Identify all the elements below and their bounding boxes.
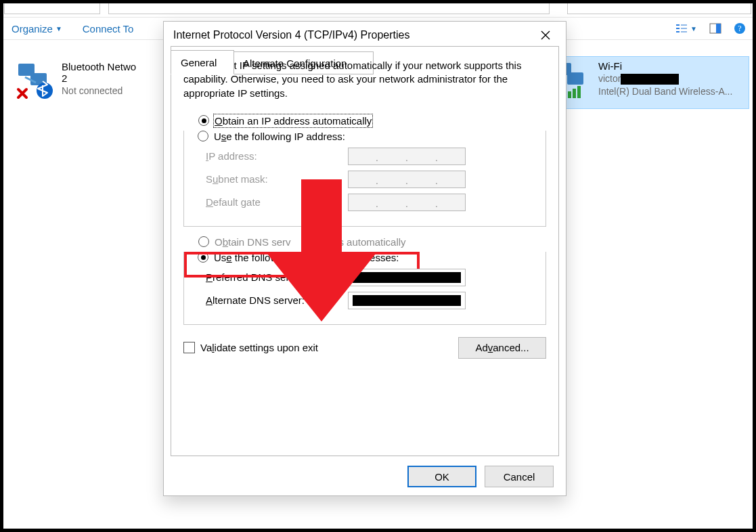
addressbar-segment[interactable]	[4, 0, 100, 14]
validate-checkbox[interactable]: Validate settings upon exit	[183, 342, 318, 353]
field-preferred-dns: Preferred DNS server:	[206, 269, 536, 286]
svg-rect-4	[681, 28, 687, 29]
tab-body-general: You can get IP settings assigned automat…	[171, 46, 559, 456]
tab-general[interactable]: General	[171, 50, 234, 74]
wifi-ssid-prefix: victor	[598, 73, 621, 84]
network-adapter-wifi[interactable]: Wi-Fi victor Intel(R) Dual Band Wireless…	[565, 56, 749, 109]
wifi-adapter-icon	[570, 60, 592, 99]
svg-rect-16	[568, 91, 571, 98]
organize-label: Organize	[12, 23, 53, 35]
svg-rect-1	[676, 28, 680, 29]
preferred-dns-input[interactable]	[348, 269, 466, 286]
svg-rect-17	[573, 89, 576, 98]
addressbar-segment[interactable]	[567, 0, 751, 14]
field-ip-address: IP address: ...	[206, 148, 536, 165]
field-default-gateway: Default gate ...	[206, 194, 536, 211]
ip-address-group: Use the following IP address: IP address…	[183, 131, 546, 227]
dialog-title: Internet Protocol Version 4 (TCP/IPv4) P…	[173, 29, 409, 41]
svg-rect-18	[577, 86, 581, 98]
adapter-text: Bluetooth Netwo 2 Not connected	[62, 61, 136, 96]
tab-label: General	[181, 57, 217, 68]
adapter-status: Not connected	[62, 85, 136, 96]
svg-rect-3	[681, 24, 687, 26]
wifi-ssid: victor	[598, 73, 732, 85]
ok-button[interactable]: OK	[407, 466, 476, 487]
radio-obtain-ip-auto[interactable]: OObtain an IP address automaticallybtain…	[198, 115, 546, 127]
help-icon[interactable]: ?	[734, 22, 746, 35]
alternate-dns-input[interactable]	[348, 292, 466, 309]
toolbar-right: ▼ ?	[675, 22, 750, 35]
svg-rect-0	[676, 24, 680, 26]
adapter-name-line2: 2	[62, 72, 136, 84]
chevron-down-icon[interactable]: ▼	[690, 25, 697, 32]
addressbar-segment[interactable]	[108, 0, 550, 14]
redaction-block	[621, 74, 679, 85]
field-label: Default gate	[206, 196, 348, 208]
cancel-button[interactable]: Cancel	[485, 466, 554, 487]
svg-rect-14	[567, 72, 583, 85]
radio-icon	[198, 252, 208, 263]
radio-label: Obtain DNS serv ddress automatically	[215, 236, 406, 248]
organize-menu[interactable]: Organize ▼	[6, 20, 68, 37]
svg-rect-5	[681, 31, 687, 32]
svg-rect-2	[676, 31, 680, 32]
connect-to-label: Connect To	[83, 23, 134, 35]
connect-to-button[interactable]: Connect To	[77, 20, 139, 37]
advanced-button[interactable]: Advanced...	[458, 337, 546, 359]
field-label: Alternate DNS server:	[206, 294, 348, 306]
svg-point-12	[37, 83, 53, 99]
screenshot-frame: Organize ▼ Connect To ▼ ?	[0, 0, 756, 532]
radio-icon	[198, 131, 208, 141]
chevron-down-icon: ▼	[55, 25, 62, 32]
field-label: IP address:	[206, 150, 348, 162]
dialog-buttons: OK Cancel	[407, 466, 554, 487]
addressbar-fragments	[0, 0, 555, 14]
radio-label: OObtain an IP address automaticallybtain…	[215, 115, 372, 127]
close-icon	[541, 30, 550, 40]
field-alternate-dns: Alternate DNS server:	[206, 292, 536, 309]
preview-pane-icon[interactable]	[709, 22, 721, 35]
ip-address-input: ...	[348, 148, 466, 165]
bluetooth-adapter-icon	[16, 61, 55, 100]
button-label: Cancel	[504, 471, 535, 483]
adapter-hardware: Intel(R) Dual Band Wireless-A...	[598, 86, 732, 97]
adapter-name: Wi-Fi	[598, 60, 732, 72]
field-subnet-mask: Subnet mask: ...	[206, 171, 536, 188]
radio-label: Use the following DNS server addresses:	[214, 252, 399, 263]
field-label: Preferred DNS server:	[206, 271, 348, 283]
radio-icon	[198, 115, 209, 126]
button-label: OK	[435, 471, 449, 483]
ipv4-properties-dialog: Internet Protocol Version 4 (TCP/IPv4) P…	[163, 21, 566, 496]
radio-label: Use the following IP address:	[214, 131, 345, 142]
dns-group: Use the following DNS server addresses: …	[183, 252, 546, 325]
dialog-titlebar[interactable]: Internet Protocol Version 4 (TCP/IPv4) P…	[164, 22, 566, 49]
checkbox-label: Validate settings upon exit	[200, 342, 318, 353]
radio-icon	[198, 236, 209, 247]
default-gateway-input: ...	[348, 194, 466, 211]
radio-obtain-dns-auto[interactable]: Obtain DNS serv ddress automatically	[198, 236, 546, 248]
description-text: You can get IP settings assigned automat…	[183, 59, 546, 100]
checkbox-icon	[183, 342, 195, 353]
button-label: Advanced...	[475, 342, 529, 353]
subnet-mask-input: ...	[348, 171, 466, 188]
radio-use-following-dns[interactable]: Use the following DNS server addresses:	[198, 252, 536, 263]
radio-use-following-ip[interactable]: Use the following IP address:	[198, 131, 536, 142]
svg-text:?: ?	[738, 24, 741, 33]
adapter-text: Wi-Fi victor Intel(R) Dual Band Wireless…	[598, 60, 732, 97]
adapter-name: Bluetooth Netwo	[62, 61, 136, 72]
field-label: Subnet mask:	[206, 173, 348, 185]
svg-rect-7	[716, 24, 721, 33]
bottom-row: Validate settings upon exit Advanced...	[183, 337, 546, 359]
view-options-icon[interactable]	[675, 22, 688, 35]
close-button[interactable]	[535, 24, 556, 46]
